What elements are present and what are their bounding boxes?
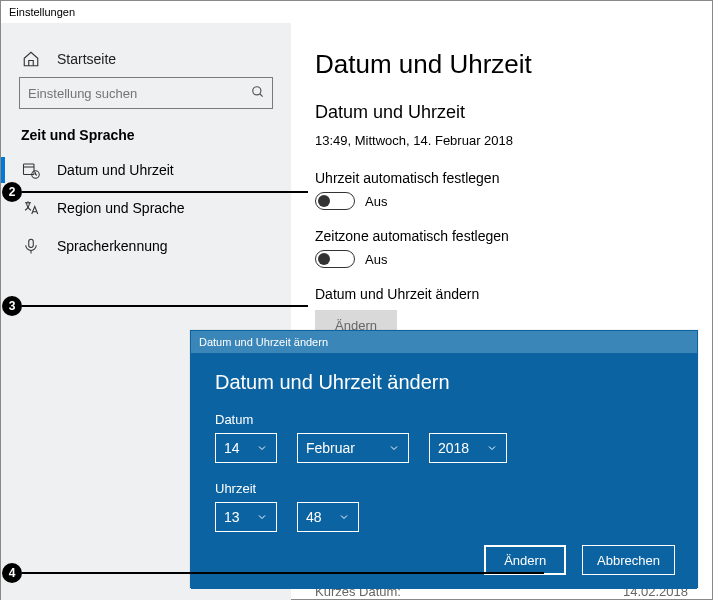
auto-tz-status: Aus xyxy=(365,252,387,267)
annotation-3-badge: 3 xyxy=(2,296,22,316)
search-icon xyxy=(251,85,265,99)
chevron-down-icon xyxy=(486,442,498,454)
sidebar-item-region-language[interactable]: Region und Sprache xyxy=(1,189,291,227)
calendar-clock-icon xyxy=(21,160,41,180)
sidebar-item-label: Datum und Uhrzeit xyxy=(57,162,174,178)
year-value: 2018 xyxy=(438,440,469,456)
dialog-ok-button[interactable]: Ändern xyxy=(484,545,566,575)
change-datetime-label: Datum und Uhrzeit ändern xyxy=(315,286,688,302)
date-select-row: 14 Februar 2018 xyxy=(215,433,673,463)
auto-tz-label: Zeitzone automatisch festlegen xyxy=(315,228,688,244)
annotation-4-badge: 4 xyxy=(2,563,22,583)
day-value: 14 xyxy=(224,440,240,456)
svg-point-0 xyxy=(253,87,261,95)
day-select[interactable]: 14 xyxy=(215,433,277,463)
chevron-down-icon xyxy=(256,442,268,454)
sidebar-home-label: Startseite xyxy=(57,51,116,67)
search-input[interactable] xyxy=(19,77,273,109)
year-select[interactable]: 2018 xyxy=(429,433,507,463)
dialog-button-row: Ändern Abbrechen xyxy=(484,545,675,575)
sidebar-section-header: Zeit und Sprache xyxy=(1,121,291,151)
auto-tz-toggle[interactable] xyxy=(315,250,355,268)
dialog-cancel-button[interactable]: Abbrechen xyxy=(582,545,675,575)
auto-time-toggle[interactable] xyxy=(315,192,355,210)
minute-value: 48 xyxy=(306,509,322,525)
chevron-down-icon xyxy=(256,511,268,523)
annotation-2-badge: 2 xyxy=(2,182,22,202)
language-icon xyxy=(21,198,41,218)
section-title: Datum und Uhrzeit xyxy=(315,102,688,123)
current-datetime: 13:49, Mittwoch, 14. Februar 2018 xyxy=(315,133,688,148)
toggle-knob xyxy=(318,253,330,265)
home-icon xyxy=(21,49,41,69)
hour-value: 13 xyxy=(224,509,240,525)
annotation-3-line xyxy=(22,305,308,307)
time-field-label: Uhrzeit xyxy=(215,481,673,496)
svg-line-1 xyxy=(260,94,263,97)
svg-rect-5 xyxy=(29,239,34,247)
sidebar-item-speech[interactable]: Spracherkennung xyxy=(1,227,291,265)
auto-time-status: Aus xyxy=(365,194,387,209)
microphone-icon xyxy=(21,236,41,256)
window-title: Einstellungen xyxy=(1,1,712,23)
dialog-titlebar: Datum und Uhrzeit ändern xyxy=(191,331,697,353)
chevron-down-icon xyxy=(338,511,350,523)
annotation-2-line xyxy=(22,191,308,193)
auto-time-row: Aus xyxy=(315,192,688,210)
auto-time-label: Uhrzeit automatisch festlegen xyxy=(315,170,688,186)
sidebar-item-date-time[interactable]: Datum und Uhrzeit xyxy=(1,151,291,189)
sidebar-item-label: Region und Sprache xyxy=(57,200,185,216)
sidebar-item-label: Spracherkennung xyxy=(57,238,168,254)
search-container xyxy=(1,77,291,121)
chevron-down-icon xyxy=(388,442,400,454)
month-value: Februar xyxy=(306,440,355,456)
change-datetime-dialog: Datum und Uhrzeit ändern Datum und Uhrze… xyxy=(190,330,698,588)
month-select[interactable]: Februar xyxy=(297,433,409,463)
minute-select[interactable]: 48 xyxy=(297,502,359,532)
date-field-label: Datum xyxy=(215,412,673,427)
sidebar-home[interactable]: Startseite xyxy=(1,41,291,77)
page-title: Datum und Uhrzeit xyxy=(315,49,688,80)
time-select-row: 13 48 xyxy=(215,502,673,532)
toggle-knob xyxy=(318,195,330,207)
annotation-4-line xyxy=(22,572,544,574)
hour-select[interactable]: 13 xyxy=(215,502,277,532)
auto-tz-row: Aus xyxy=(315,250,688,268)
dialog-body: Datum und Uhrzeit ändern Datum 14 Februa… xyxy=(191,353,697,589)
dialog-heading: Datum und Uhrzeit ändern xyxy=(215,371,673,394)
